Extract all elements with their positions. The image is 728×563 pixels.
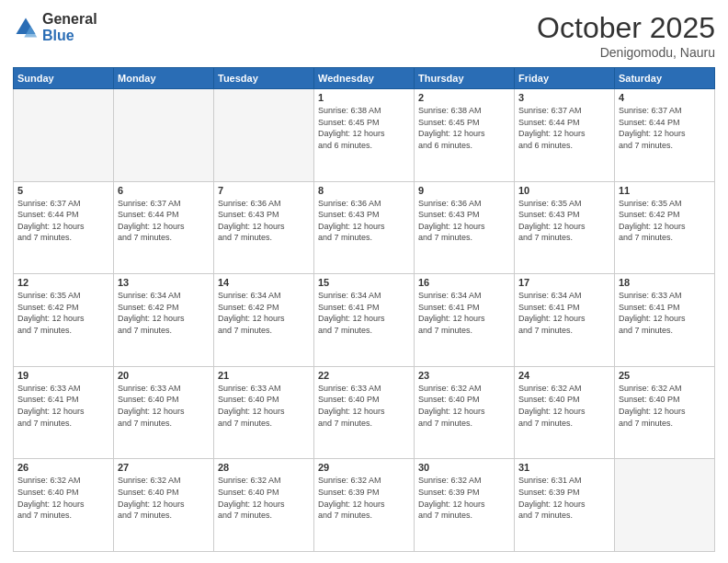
header: General Blue October 2025 Denigomodu, Na… (13, 11, 715, 60)
day-info: Sunrise: 6:32 AM Sunset: 6:40 PM Dayligh… (619, 383, 711, 429)
calendar-cell: 17Sunrise: 6:34 AM Sunset: 6:41 PM Dayli… (515, 274, 615, 367)
calendar-cell: 28Sunrise: 6:32 AM Sunset: 6:40 PM Dayli… (214, 459, 314, 552)
day-info: Sunrise: 6:32 AM Sunset: 6:39 PM Dayligh… (418, 475, 510, 521)
day-info: Sunrise: 6:33 AM Sunset: 6:40 PM Dayligh… (218, 383, 310, 429)
calendar-cell: 11Sunrise: 6:35 AM Sunset: 6:42 PM Dayli… (615, 181, 715, 274)
weekday-header-wednesday: Wednesday (314, 68, 415, 89)
day-number: 15 (318, 277, 410, 288)
weekday-header-row: SundayMondayTuesdayWednesdayThursdayFrid… (14, 68, 715, 89)
day-info: Sunrise: 6:32 AM Sunset: 6:40 PM Dayligh… (418, 383, 510, 429)
logo-blue-label: Blue (42, 28, 97, 44)
location-subtitle: Denigomodu, Nauru (537, 45, 715, 60)
day-number: 21 (218, 370, 310, 381)
day-number: 5 (17, 185, 109, 196)
day-number: 26 (17, 462, 109, 473)
logo-general-label: General (42, 11, 97, 28)
day-info: Sunrise: 6:38 AM Sunset: 6:45 PM Dayligh… (418, 105, 510, 151)
day-info: Sunrise: 6:37 AM Sunset: 6:44 PM Dayligh… (518, 105, 610, 151)
calendar-week-row: 26Sunrise: 6:32 AM Sunset: 6:40 PM Dayli… (14, 459, 715, 552)
weekday-header-saturday: Saturday (615, 68, 715, 89)
calendar-week-row: 12Sunrise: 6:35 AM Sunset: 6:42 PM Dayli… (14, 274, 715, 367)
day-number: 6 (118, 185, 210, 196)
title-block: October 2025 Denigomodu, Nauru (537, 11, 715, 60)
day-number: 14 (218, 277, 310, 288)
calendar-cell: 21Sunrise: 6:33 AM Sunset: 6:40 PM Dayli… (214, 366, 314, 459)
calendar-cell (114, 89, 214, 182)
day-info: Sunrise: 6:32 AM Sunset: 6:39 PM Dayligh… (318, 475, 410, 521)
day-info: Sunrise: 6:36 AM Sunset: 6:43 PM Dayligh… (318, 198, 410, 244)
day-info: Sunrise: 6:34 AM Sunset: 6:42 PM Dayligh… (218, 290, 310, 336)
weekday-header-thursday: Thursday (415, 68, 515, 89)
day-number: 7 (218, 185, 310, 196)
day-info: Sunrise: 6:33 AM Sunset: 6:41 PM Dayligh… (17, 383, 109, 429)
calendar-cell: 18Sunrise: 6:33 AM Sunset: 6:41 PM Dayli… (615, 274, 715, 367)
day-info: Sunrise: 6:34 AM Sunset: 6:41 PM Dayligh… (418, 290, 510, 336)
weekday-header-friday: Friday (515, 68, 615, 89)
day-number: 17 (518, 277, 610, 288)
day-number: 20 (118, 370, 210, 381)
day-number: 29 (318, 462, 410, 473)
calendar-cell: 4Sunrise: 6:37 AM Sunset: 6:44 PM Daylig… (615, 89, 715, 182)
calendar-cell: 19Sunrise: 6:33 AM Sunset: 6:41 PM Dayli… (14, 366, 114, 459)
calendar-cell: 12Sunrise: 6:35 AM Sunset: 6:42 PM Dayli… (14, 274, 114, 367)
day-number: 8 (318, 185, 410, 196)
calendar-week-row: 19Sunrise: 6:33 AM Sunset: 6:41 PM Dayli… (14, 366, 715, 459)
day-number: 2 (418, 92, 510, 103)
calendar-cell: 9Sunrise: 6:36 AM Sunset: 6:43 PM Daylig… (415, 181, 515, 274)
day-number: 13 (118, 277, 210, 288)
day-number: 18 (619, 277, 711, 288)
day-number: 23 (418, 370, 510, 381)
calendar-cell: 10Sunrise: 6:35 AM Sunset: 6:43 PM Dayli… (515, 181, 615, 274)
calendar-week-row: 5Sunrise: 6:37 AM Sunset: 6:44 PM Daylig… (14, 181, 715, 274)
day-number: 30 (418, 462, 510, 473)
logo-text: General Blue (42, 11, 97, 43)
calendar-cell: 6Sunrise: 6:37 AM Sunset: 6:44 PM Daylig… (114, 181, 214, 274)
calendar-cell: 22Sunrise: 6:33 AM Sunset: 6:40 PM Dayli… (314, 366, 415, 459)
day-number: 31 (518, 462, 610, 473)
calendar-cell: 26Sunrise: 6:32 AM Sunset: 6:40 PM Dayli… (14, 459, 114, 552)
day-info: Sunrise: 6:34 AM Sunset: 6:42 PM Dayligh… (118, 290, 210, 336)
day-number: 22 (318, 370, 410, 381)
weekday-header-monday: Monday (114, 68, 214, 89)
day-info: Sunrise: 6:32 AM Sunset: 6:40 PM Dayligh… (118, 475, 210, 521)
day-info: Sunrise: 6:33 AM Sunset: 6:40 PM Dayligh… (318, 383, 410, 429)
calendar-cell: 30Sunrise: 6:32 AM Sunset: 6:39 PM Dayli… (415, 459, 515, 552)
day-info: Sunrise: 6:34 AM Sunset: 6:41 PM Dayligh… (518, 290, 610, 336)
day-number: 12 (17, 277, 109, 288)
calendar-cell: 8Sunrise: 6:36 AM Sunset: 6:43 PM Daylig… (314, 181, 415, 274)
day-number: 27 (118, 462, 210, 473)
calendar-cell (214, 89, 314, 182)
day-info: Sunrise: 6:35 AM Sunset: 6:42 PM Dayligh… (619, 198, 711, 244)
calendar-week-row: 1Sunrise: 6:38 AM Sunset: 6:45 PM Daylig… (14, 89, 715, 182)
calendar-cell: 20Sunrise: 6:33 AM Sunset: 6:40 PM Dayli… (114, 366, 214, 459)
calendar-cell: 27Sunrise: 6:32 AM Sunset: 6:40 PM Dayli… (114, 459, 214, 552)
day-info: Sunrise: 6:32 AM Sunset: 6:40 PM Dayligh… (518, 383, 610, 429)
day-info: Sunrise: 6:35 AM Sunset: 6:42 PM Dayligh… (17, 290, 109, 336)
calendar-cell: 15Sunrise: 6:34 AM Sunset: 6:41 PM Dayli… (314, 274, 415, 367)
day-info: Sunrise: 6:34 AM Sunset: 6:41 PM Dayligh… (318, 290, 410, 336)
calendar-cell: 13Sunrise: 6:34 AM Sunset: 6:42 PM Dayli… (114, 274, 214, 367)
day-number: 10 (518, 185, 610, 196)
day-number: 19 (17, 370, 109, 381)
day-number: 25 (619, 370, 711, 381)
day-number: 4 (619, 92, 711, 103)
day-number: 24 (518, 370, 610, 381)
calendar-cell: 16Sunrise: 6:34 AM Sunset: 6:41 PM Dayli… (415, 274, 515, 367)
calendar-table: SundayMondayTuesdayWednesdayThursdayFrid… (13, 67, 715, 552)
calendar-cell: 14Sunrise: 6:34 AM Sunset: 6:42 PM Dayli… (214, 274, 314, 367)
month-title: October 2025 (537, 11, 715, 45)
day-number: 3 (518, 92, 610, 103)
calendar-cell: 25Sunrise: 6:32 AM Sunset: 6:40 PM Dayli… (615, 366, 715, 459)
calendar-cell: 29Sunrise: 6:32 AM Sunset: 6:39 PM Dayli… (314, 459, 415, 552)
day-info: Sunrise: 6:32 AM Sunset: 6:40 PM Dayligh… (17, 475, 109, 521)
logo: General Blue (13, 11, 97, 43)
calendar-cell: 3Sunrise: 6:37 AM Sunset: 6:44 PM Daylig… (515, 89, 615, 182)
page: General Blue October 2025 Denigomodu, Na… (0, 0, 728, 563)
calendar-cell (14, 89, 114, 182)
calendar-cell: 5Sunrise: 6:37 AM Sunset: 6:44 PM Daylig… (14, 181, 114, 274)
day-number: 28 (218, 462, 310, 473)
day-number: 1 (318, 92, 410, 103)
calendar-cell: 23Sunrise: 6:32 AM Sunset: 6:40 PM Dayli… (415, 366, 515, 459)
day-info: Sunrise: 6:33 AM Sunset: 6:40 PM Dayligh… (118, 383, 210, 429)
day-info: Sunrise: 6:36 AM Sunset: 6:43 PM Dayligh… (418, 198, 510, 244)
